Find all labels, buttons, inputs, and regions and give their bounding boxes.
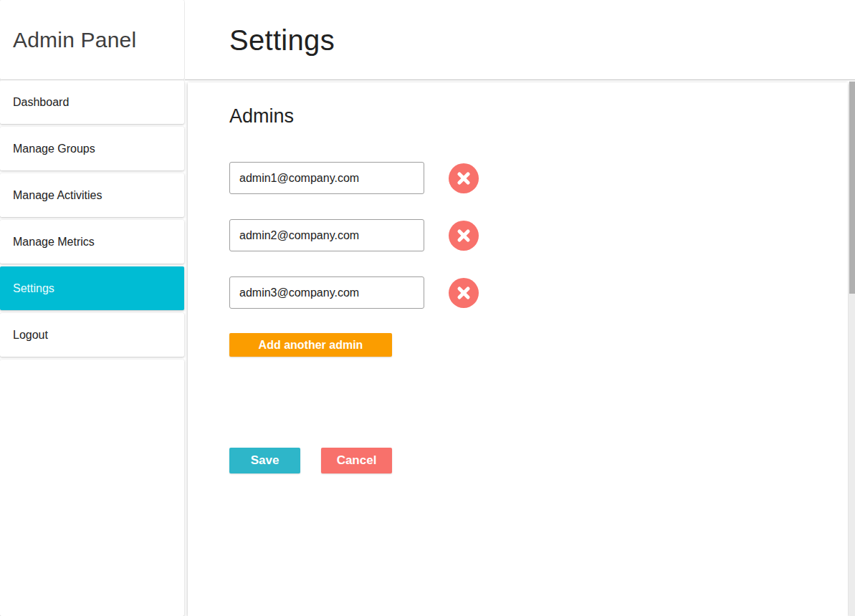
page-header: Settings xyxy=(185,0,855,80)
sidebar-item-settings[interactable]: Settings xyxy=(0,266,184,310)
scrollbar-track[interactable] xyxy=(849,81,855,616)
sidebar: Admin Panel Dashboard Manage Groups Mana… xyxy=(0,0,185,616)
sidebar-header: Admin Panel xyxy=(0,0,184,80)
sidebar-item-label: Dashboard xyxy=(0,96,69,109)
sidebar-item-label: Manage Groups xyxy=(0,143,95,155)
save-button[interactable]: Save xyxy=(229,448,300,473)
delete-admin-button-3[interactable] xyxy=(449,278,479,308)
sidebar-item-manage-metrics[interactable]: Manage Metrics xyxy=(0,220,184,264)
sidebar-item-label: Manage Metrics xyxy=(0,236,95,249)
admin-row xyxy=(229,276,479,309)
admins-section-title: Admins xyxy=(229,105,294,127)
admin-row xyxy=(229,219,479,251)
sidebar-filler xyxy=(0,360,184,616)
admin-email-input-3[interactable] xyxy=(229,276,424,309)
cancel-button[interactable]: Cancel xyxy=(321,448,392,473)
sidebar-item-manage-activities[interactable]: Manage Activities xyxy=(0,173,184,217)
x-circle-icon xyxy=(456,228,472,244)
app-title: Admin Panel xyxy=(0,28,136,52)
admin-email-input-2[interactable] xyxy=(229,219,424,251)
scrollbar-thumb[interactable] xyxy=(849,82,855,294)
x-circle-icon xyxy=(456,170,472,186)
admin-email-input-1[interactable] xyxy=(229,162,424,194)
settings-content-panel: Admins xyxy=(188,82,848,616)
sidebar-item-dashboard[interactable]: Dashboard xyxy=(0,80,184,124)
form-actions: Save Cancel xyxy=(229,448,392,473)
x-circle-icon xyxy=(456,285,472,301)
add-admin-button[interactable]: Add another admin xyxy=(229,333,392,357)
sidebar-item-label: Manage Activities xyxy=(0,189,102,202)
delete-admin-button-2[interactable] xyxy=(449,221,479,251)
sidebar-item-manage-groups[interactable]: Manage Groups xyxy=(0,127,184,170)
admin-row xyxy=(229,162,479,194)
delete-admin-button-1[interactable] xyxy=(449,163,479,193)
sidebar-item-label: Logout xyxy=(0,329,48,342)
page-title: Settings xyxy=(229,24,335,57)
sidebar-item-logout[interactable]: Logout xyxy=(0,313,184,357)
sidebar-item-label: Settings xyxy=(0,282,54,295)
